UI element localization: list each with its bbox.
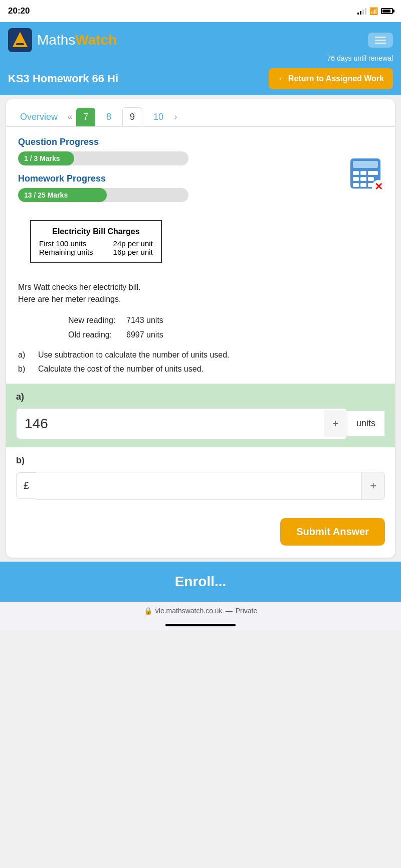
answer-section-a: a) + units (6, 384, 395, 447)
bill-row2-label: Remaining units (39, 248, 93, 256)
answer-b-input-area: £ + (16, 472, 385, 500)
answer-b-input[interactable] (36, 472, 361, 500)
url-separator: — (226, 607, 233, 615)
bill-row-1: First 100 units 24p per unit (39, 239, 153, 248)
svg-rect-9 (368, 177, 374, 181)
calculator-icon-area: ✕ (348, 156, 383, 191)
question-progress-label: Question Progress (18, 137, 348, 147)
menu-button[interactable] (368, 33, 393, 48)
header: MathsWatch 76 days until renewal (0, 22, 401, 68)
logo-area: MathsWatch (8, 28, 117, 52)
bill-row-2: Remaining units 16p per unit (39, 248, 153, 256)
svg-rect-7 (353, 177, 359, 181)
wifi-icon: 📶 (369, 7, 378, 15)
submit-answer-button[interactable]: Submit Answer (280, 518, 385, 546)
url-privacy: Private (236, 607, 258, 615)
tab-10[interactable]: 10 (146, 108, 170, 126)
answer-a-input[interactable] (17, 409, 324, 439)
answer-b-label: b) (16, 455, 385, 466)
sub-question-b: b) Calculate the cost of the number of u… (18, 365, 383, 374)
tab-7[interactable]: 7 (76, 108, 95, 126)
status-icons: 📶 (357, 7, 393, 15)
answer-a-input-area: + units (16, 408, 385, 439)
question-progress-bar: 1 / 3 Marks (18, 151, 188, 165)
old-reading-value: 6997 units (126, 328, 163, 342)
svg-rect-3 (353, 161, 378, 168)
svg-rect-5 (360, 171, 366, 175)
footer-blue: Enroll... (0, 562, 401, 602)
sub-q-a-text: Use subtraction to calculate the number … (38, 351, 230, 360)
meter-readings: New reading: 7143 units Old reading: 699… (18, 313, 383, 342)
new-reading-row: New reading: 7143 units (68, 313, 383, 328)
tab-8[interactable]: 8 (99, 108, 118, 126)
logo-text: MathsWatch (37, 32, 117, 48)
svg-rect-10 (353, 183, 359, 187)
title-bar: KS3 Homework 66 Hi ← Return to Assigned … (0, 68, 401, 95)
svg-rect-11 (360, 183, 366, 187)
svg-rect-8 (360, 177, 366, 181)
question-intro: Mrs Watt checks her electricity bill. He… (18, 281, 383, 305)
sub-q-b-label: b) (18, 365, 30, 374)
new-reading-label: New reading: (68, 313, 118, 328)
svg-rect-4 (353, 171, 359, 175)
page-title: KS3 Homework 66 Hi (8, 72, 118, 85)
progress-section: Question Progress 1 / 3 Marks Homework P… (6, 127, 395, 220)
status-time: 20:20 (8, 6, 30, 16)
tabs-area: Overview « 7 8 9 10 › (6, 99, 395, 127)
signal-icon (357, 8, 366, 15)
lock-icon: 🔒 (144, 607, 152, 615)
pound-prefix: £ (16, 472, 36, 499)
url-text: vle.mathswatch.co.uk (155, 607, 223, 615)
answer-a-label: a) (16, 392, 385, 402)
bill-row1-value: 24p per unit (113, 239, 153, 248)
return-to-assigned-work-button[interactable]: ← Return to Assigned Work (269, 68, 393, 89)
svg-rect-6 (368, 171, 378, 175)
main-card: Overview « 7 8 9 10 › Question Progress … (6, 99, 395, 558)
answer-a-expand-btn[interactable]: + (324, 410, 347, 437)
home-indicator (0, 620, 401, 630)
calculator-icon: ✕ (348, 156, 383, 191)
bill-table-title: Electricity Bill Charges (39, 227, 153, 236)
sub-questions: a) Use subtraction to calculate the numb… (18, 351, 383, 374)
answer-a-unit: units (347, 411, 385, 436)
tab-chevron-left[interactable]: « (68, 112, 72, 121)
answer-b-expand-btn[interactable]: + (361, 472, 385, 500)
logo-icon (8, 28, 32, 52)
bill-table-container: Electricity Bill Charges First 100 units… (18, 220, 383, 273)
tab-chevron-right[interactable]: › (174, 112, 177, 121)
answer-section-b: b) £ + (6, 447, 395, 508)
battery-icon (381, 8, 393, 14)
sub-q-a-label: a) (18, 351, 30, 360)
submit-row: Submit Answer (6, 508, 395, 558)
old-reading-row: Old reading: 6997 units (68, 328, 383, 342)
homework-progress-bar: 13 / 25 Marks (18, 188, 188, 202)
homework-progress-fill: 13 / 25 Marks (18, 188, 107, 202)
renewal-text: 76 days until renewal (8, 54, 393, 64)
bill-row2-value: 16p per unit (113, 248, 153, 256)
url-bar: 🔒 vle.mathswatch.co.uk — Private (0, 602, 401, 620)
tab-overview[interactable]: Overview (14, 108, 64, 126)
sub-question-a: a) Use subtraction to calculate the numb… (18, 351, 383, 360)
sub-q-b-text: Calculate the cost of the number of unit… (38, 365, 204, 374)
home-bar (165, 624, 236, 626)
footer-partial-text: Enroll... (175, 574, 227, 590)
status-bar: 20:20 📶 (0, 0, 401, 22)
old-reading-label: Old reading: (68, 328, 118, 342)
bill-table: Electricity Bill Charges First 100 units… (30, 220, 162, 263)
bill-row1-label: First 100 units (39, 239, 86, 248)
question-progress-fill: 1 / 3 Marks (18, 151, 74, 165)
new-reading-value: 7143 units (126, 313, 163, 328)
homework-progress-label: Homework Progress (18, 173, 348, 184)
answer-a-input-row: + (16, 408, 347, 439)
tab-9[interactable]: 9 (122, 107, 142, 126)
